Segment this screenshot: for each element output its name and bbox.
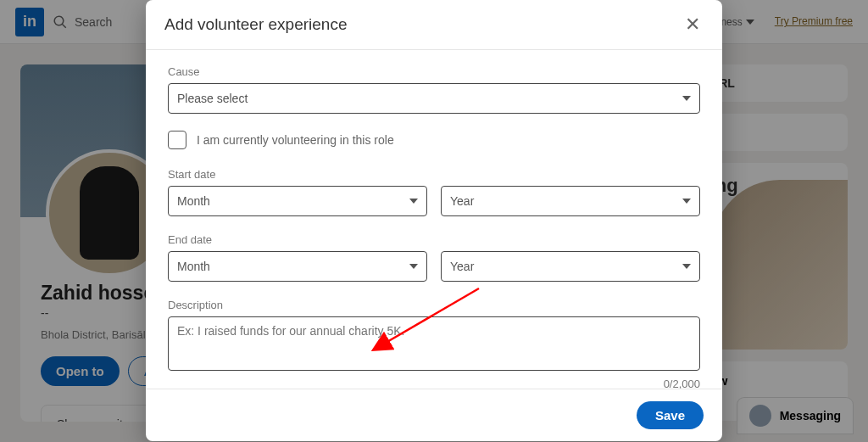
- start-date-label: Start date: [168, 168, 700, 181]
- chevron-down-icon: [682, 264, 691, 269]
- description-char-count: 0/2,000: [168, 378, 700, 389]
- cause-label: Cause: [168, 65, 700, 78]
- close-icon: ✕: [685, 14, 700, 35]
- end-year-select[interactable]: Year: [441, 251, 700, 282]
- start-month-select[interactable]: Month: [168, 186, 427, 216]
- add-volunteer-modal: Add volunteer experience ✕ Cause Please …: [146, 0, 722, 441]
- modal-title: Add volunteer experience: [164, 15, 347, 34]
- end-date-label: End date: [168, 233, 700, 246]
- chevron-down-icon: [409, 199, 418, 204]
- currently-volunteering-label: I am currently volunteering in this role: [197, 133, 394, 147]
- close-button[interactable]: ✕: [682, 12, 704, 37]
- chevron-down-icon: [682, 199, 691, 204]
- chevron-down-icon: [682, 96, 691, 101]
- start-year-select[interactable]: Year: [441, 186, 700, 216]
- cause-value: Please select: [177, 92, 248, 105]
- end-month-select[interactable]: Month: [168, 251, 427, 282]
- description-label: Description: [168, 299, 700, 311]
- currently-volunteering-checkbox[interactable]: [168, 131, 186, 149]
- cause-select[interactable]: Please select: [168, 83, 700, 114]
- chevron-down-icon: [409, 264, 418, 269]
- save-button[interactable]: Save: [637, 401, 704, 429]
- description-textarea[interactable]: [168, 316, 700, 371]
